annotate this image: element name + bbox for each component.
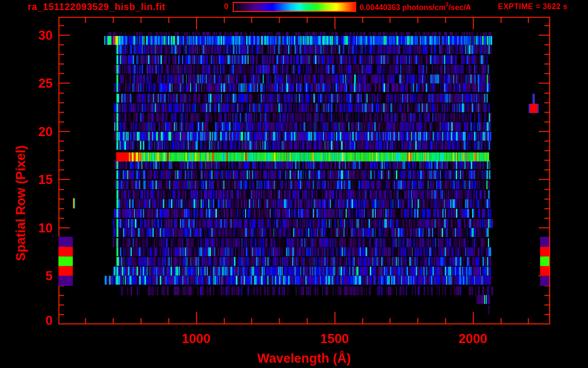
file-title: ra_151122093529_hisb_lin.fit xyxy=(28,1,166,12)
y-tick-label: 25 xyxy=(7,76,53,91)
y-tick-label: 30 xyxy=(7,28,53,43)
spectral-plot-window: ra_151122093529_hisb_lin.fit 0 0.0044036… xyxy=(0,0,588,368)
y-tick-label: 5 xyxy=(7,269,53,284)
colorbar-units-prefix: photons/cm xyxy=(402,3,446,12)
colorbar-min-label: 0 xyxy=(204,2,228,11)
colorbar-max-value: 0.00440363 xyxy=(360,3,402,12)
y-tick-label: 0 xyxy=(7,313,53,328)
x-tick-label: 1500 xyxy=(320,332,349,346)
x-tick-label: 1000 xyxy=(182,332,211,346)
colorbar-max-label: 0.00440363 photons/cm2/sec/A xyxy=(360,2,471,12)
y-tick-label: 15 xyxy=(7,172,53,187)
colorbar-units-superscript: 2 xyxy=(446,1,449,7)
y-axis-title: Spatial Row (Pixel) xyxy=(14,145,29,261)
spectral-image-canvas xyxy=(0,0,588,368)
x-tick-label: 2000 xyxy=(459,332,487,346)
x-axis-title: Wavelength (Å) xyxy=(257,351,351,366)
colorbar-units-suffix: /sec/A xyxy=(449,3,471,12)
y-tick-label: 10 xyxy=(7,221,53,236)
exptime-label: EXPTIME = 3622 s xyxy=(498,2,567,11)
y-tick-label: 20 xyxy=(7,125,53,139)
